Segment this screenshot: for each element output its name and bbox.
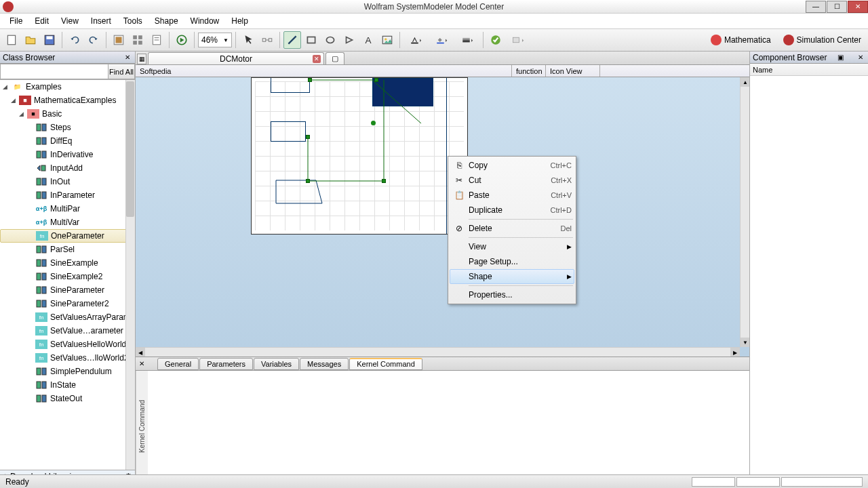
list-item[interactable]: fnSetValue…arameter (0, 324, 135, 338)
line-style[interactable] (455, 31, 479, 49)
copy-icon: ⎘ (452, 161, 466, 170)
line-tool[interactable] (283, 31, 301, 49)
menu-shape[interactable]: Shape (149, 15, 184, 27)
list-item[interactable]: ParSel (0, 243, 135, 256)
column-header-name[interactable]: Name (750, 64, 868, 76)
ctx-view[interactable]: View▶ (450, 239, 574, 254)
list-item[interactable]: InDerivative (0, 148, 135, 161)
view-mode[interactable]: Icon View (546, 65, 600, 77)
menu-tools[interactable]: Tools (118, 15, 148, 27)
ctx-cut[interactable]: ✂CutCtrl+X (450, 173, 574, 188)
context-menu[interactable]: ⎘CopyCtrl+C ✂CutCtrl+X 📋PasteCtrl+V Dupl… (448, 156, 576, 304)
open-button[interactable] (22, 31, 39, 49)
shape-rect[interactable] (271, 78, 310, 93)
list-item[interactable]: SineExample (0, 256, 135, 270)
list-item[interactable]: StateOut (0, 392, 135, 405)
menu-view[interactable]: View (56, 15, 84, 27)
panel-pin-icon[interactable]: ▣ (836, 53, 846, 62)
menu-help[interactable]: Help (226, 15, 254, 27)
image-tool[interactable] (378, 31, 396, 49)
list-item[interactable]: fnSetValuesArrayParam (0, 310, 135, 324)
pointer-tool[interactable] (239, 31, 257, 49)
list-item[interactable]: InState (0, 378, 135, 392)
tab-variables[interactable]: Variables (254, 358, 299, 370)
stroke-color[interactable] (403, 31, 428, 49)
new-button[interactable] (3, 31, 20, 49)
text-tool[interactable]: A (359, 31, 377, 49)
vertical-scrollbar[interactable]: ▲▼ (740, 77, 749, 347)
tree-scrollbar[interactable] (125, 80, 135, 470)
svg-rect-47 (42, 287, 46, 293)
simulate-button[interactable] (173, 31, 191, 49)
tab-general[interactable]: General (157, 358, 199, 370)
ctx-delete[interactable]: ⊘DeleteDel (450, 221, 574, 236)
ctx-shape[interactable]: Shape▶ (450, 269, 574, 284)
class-tree[interactable]: ◢📁Examples ◢■MathematicaExamples ◢■Basic… (0, 80, 135, 470)
minimize-button[interactable]: — (806, 1, 826, 13)
run-dropdown[interactable] (506, 31, 530, 49)
close-button[interactable]: ✕ (848, 1, 868, 13)
undo-button[interactable] (66, 31, 83, 49)
connect-tool[interactable] (258, 31, 276, 49)
list-item[interactable]: SimplePendulum (0, 365, 135, 378)
menu-window[interactable]: Window (185, 15, 225, 27)
selected-line[interactable] (306, 78, 448, 186)
close-panel-icon[interactable]: ✕ (137, 359, 146, 369)
simulation-center-link[interactable]: Simulation Center (779, 33, 865, 47)
mathematica-link[interactable]: Mathematica (707, 33, 775, 47)
list-item-selected[interactable]: fnOneParameter (0, 229, 135, 243)
list-item[interactable]: InputAdd (0, 161, 135, 175)
ellipse-tool[interactable] (321, 31, 339, 49)
tab-close-icon[interactable]: ✕ (313, 55, 321, 63)
tab-messages[interactable]: Messages (300, 358, 349, 370)
view3-button[interactable] (148, 31, 165, 49)
text-icon: α+β (35, 218, 47, 227)
block-icon (35, 258, 47, 268)
canvas-area[interactable]: ▲▼ ◀▶ (136, 77, 749, 357)
ctx-page-setup[interactable]: Page Setup... (450, 254, 574, 269)
drawing-canvas[interactable] (251, 77, 468, 235)
menu-edit[interactable]: Edit (29, 15, 54, 27)
view2-button[interactable] (129, 31, 146, 49)
class-search-input[interactable] (0, 64, 108, 79)
polygon-tool[interactable] (340, 31, 358, 49)
panel-close-icon[interactable]: ✕ (123, 53, 132, 62)
list-item[interactable]: SineParameter2 (0, 297, 135, 310)
menu-insert[interactable]: Insert (85, 15, 117, 27)
validate-button[interactable] (487, 31, 505, 49)
svg-rect-45 (42, 273, 46, 280)
redo-button[interactable] (85, 31, 102, 49)
mathematica-icon (711, 35, 722, 45)
horizontal-scrollbar[interactable]: ◀▶ (136, 347, 740, 357)
list-item[interactable]: SineParameter (0, 283, 135, 297)
tab-new[interactable]: ▢ (326, 52, 344, 64)
list-item[interactable]: α+βMultiVar (0, 216, 135, 229)
view1-button[interactable] (110, 31, 127, 49)
tab-parameters[interactable]: Parameters (199, 358, 253, 370)
rect-tool[interactable] (302, 31, 320, 49)
list-item[interactable]: Steps (0, 121, 135, 134)
fill-color[interactable] (429, 31, 454, 49)
kernel-command-pane[interactable]: Kernel Command (136, 370, 749, 482)
list-item[interactable]: SineExample2 (0, 270, 135, 283)
list-item[interactable]: InOut (0, 175, 135, 188)
menu-file[interactable]: File (4, 15, 28, 27)
find-all-button[interactable]: Find All (108, 64, 135, 79)
tab-kernel-command[interactable]: Kernel Command (349, 358, 422, 370)
list-item[interactable]: fnSetValuesHelloWorld (0, 338, 135, 351)
tab-list-icon[interactable]: ▦ (137, 54, 146, 64)
save-button[interactable] (41, 31, 58, 49)
maximize-button[interactable]: ☐ (827, 1, 847, 13)
shape-rect-2[interactable] (271, 121, 306, 142)
list-item[interactable]: InParameter (0, 188, 135, 202)
ctx-copy[interactable]: ⎘CopyCtrl+C (450, 158, 574, 173)
list-item[interactable]: fnSetValues…lloWorld2 (0, 351, 135, 365)
zoom-combo[interactable]: 46%▼ (198, 33, 232, 47)
panel-close-icon[interactable]: ✕ (856, 53, 865, 62)
tab-dcmotor[interactable]: DCMotor✕ (148, 52, 324, 64)
ctx-properties[interactable]: Properties... (450, 287, 574, 302)
list-item[interactable]: α+βMultiPar (0, 202, 135, 216)
ctx-duplicate[interactable]: DuplicateCtrl+D (450, 203, 574, 218)
ctx-paste[interactable]: 📋PasteCtrl+V (450, 188, 574, 203)
list-item[interactable]: DiffEq (0, 134, 135, 148)
